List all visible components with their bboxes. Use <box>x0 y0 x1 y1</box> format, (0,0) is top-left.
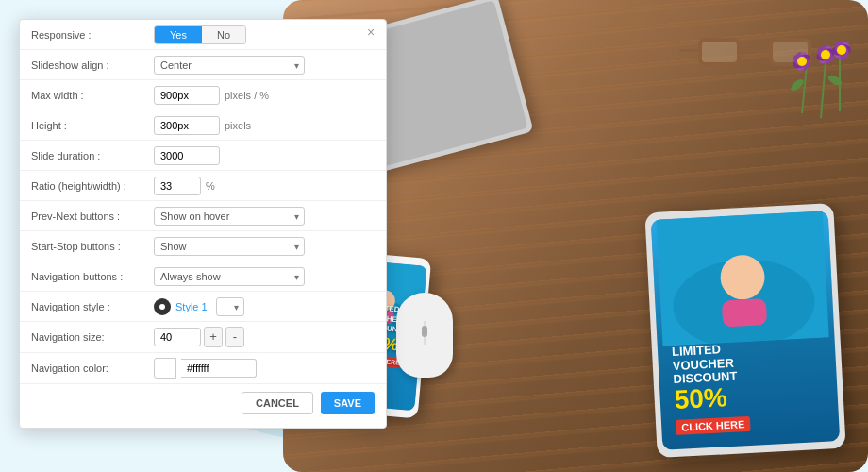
nav-size-decrement[interactable]: - <box>225 327 244 347</box>
start-stop-select[interactable]: Show Hide <box>154 237 305 256</box>
height-control: pixels <box>154 116 375 135</box>
start-stop-row: Start-Stop buttons : Show Hide <box>20 231 386 261</box>
dialog-footer: CANCEL SAVE <box>20 384 386 418</box>
toggle-no[interactable]: No <box>202 26 245 43</box>
nav-size-row: Navigation size: + - <box>20 322 386 353</box>
max-width-control: pixels / % <box>154 86 375 105</box>
cancel-button[interactable]: CANCEL <box>242 392 313 414</box>
height-input[interactable] <box>154 116 220 135</box>
responsive-row: Responsive : Yes No <box>20 20 386 50</box>
slideshow-align-row: Slideshow align : Center Left Right <box>20 50 386 80</box>
start-stop-select-wrapper: Show Hide <box>154 237 305 256</box>
max-width-label: Max width : <box>31 90 154 101</box>
nav-style-select[interactable] <box>216 297 244 316</box>
height-row: Height : pixels <box>20 110 386 141</box>
height-label: Height : <box>31 120 154 131</box>
prev-next-control: Show on hover Always show Hide <box>154 207 375 226</box>
svg-point-18 <box>837 45 846 55</box>
nav-style-control: Style 1 <box>154 297 375 316</box>
prev-next-select-wrapper: Show on hover Always show Hide <box>154 207 305 226</box>
nav-style-preview[interactable] <box>154 298 171 315</box>
svg-rect-28 <box>722 298 767 328</box>
slide-duration-label: Slide duration : <box>31 150 154 161</box>
prev-next-label: Prev-Next buttons : <box>31 211 154 222</box>
nav-size-label: Navigation size: <box>31 331 154 343</box>
nav-buttons-select-wrapper: Always show Show on hover Hide <box>154 267 305 286</box>
slideshow-align-control: Center Left Right <box>154 56 375 75</box>
svg-line-2 <box>821 61 826 118</box>
slideshow-align-label: Slideshow align : <box>31 59 154 71</box>
ratio-row: Ratio (height/width) : % <box>20 171 386 201</box>
toggle-yes[interactable]: Yes <box>155 26 202 43</box>
prev-next-row: Prev-Next buttons : Show on hover Always… <box>20 201 386 231</box>
nav-buttons-label: Navigation buttons : <box>31 271 154 282</box>
nav-style-text: Style 1 <box>175 301 208 312</box>
save-button[interactable]: SAVE <box>321 392 375 414</box>
svg-point-13 <box>821 50 830 59</box>
ratio-label: Ratio (height/width) : <box>31 180 154 192</box>
slideshow-align-select-wrapper: Center Left Right <box>154 56 305 75</box>
start-stop-label: Start-Stop buttons : <box>31 241 154 252</box>
mouse-decoration <box>396 293 453 378</box>
svg-point-8 <box>797 57 807 66</box>
slideshow-align-select[interactable]: Center Left Right <box>154 56 305 75</box>
close-button[interactable]: × <box>363 25 378 40</box>
nav-style-select-wrapper <box>216 297 244 316</box>
height-unit: pixels <box>225 120 251 131</box>
max-width-row: Max width : pixels / % <box>20 80 386 110</box>
nav-size-input[interactable] <box>154 328 201 346</box>
nav-buttons-row: Navigation buttons : Always show Show on… <box>20 261 386 292</box>
color-hex-input[interactable] <box>181 359 257 378</box>
color-swatch <box>154 358 257 379</box>
nav-color-label: Navigation color: <box>31 362 154 374</box>
svg-line-1 <box>802 66 807 113</box>
tablet-decoration: LIMITED VOUCHER DISCOUNT 50% CLICK HERE <box>644 203 845 458</box>
slide-duration-row: Slide duration : <box>20 141 386 171</box>
responsive-control: Yes No <box>154 25 375 44</box>
nav-buttons-control: Always show Show on hover Hide <box>154 267 375 286</box>
ratio-unit: % <box>206 180 215 192</box>
max-width-unit: pixels / % <box>225 90 269 101</box>
settings-dialog: × Responsive : Yes No Slideshow align : … <box>19 19 387 429</box>
responsive-toggle[interactable]: Yes No <box>154 25 246 44</box>
ratio-input[interactable] <box>154 177 201 195</box>
slide-duration-input[interactable] <box>154 146 220 165</box>
nav-size-increment[interactable]: + <box>204 327 223 347</box>
prev-next-select[interactable]: Show on hover Always show Hide <box>154 207 305 226</box>
nav-style-row: Navigation style : Style 1 <box>20 292 386 322</box>
nav-color-control <box>154 358 375 379</box>
nav-size-control: + - <box>154 327 375 347</box>
svg-point-19 <box>789 77 805 93</box>
flowers-decoration <box>774 9 868 123</box>
ratio-control: % <box>154 177 375 195</box>
responsive-label: Responsive : <box>31 29 154 41</box>
slide-duration-control <box>154 146 375 165</box>
nav-buttons-select[interactable]: Always show Show on hover Hide <box>154 267 305 286</box>
nav-color-row: Navigation color: <box>20 353 386 384</box>
color-preview[interactable] <box>154 358 176 379</box>
start-stop-control: Show Hide <box>154 237 375 256</box>
nav-style-label: Navigation style : <box>31 301 154 312</box>
max-width-input[interactable] <box>154 86 220 105</box>
svg-point-20 <box>826 74 843 88</box>
